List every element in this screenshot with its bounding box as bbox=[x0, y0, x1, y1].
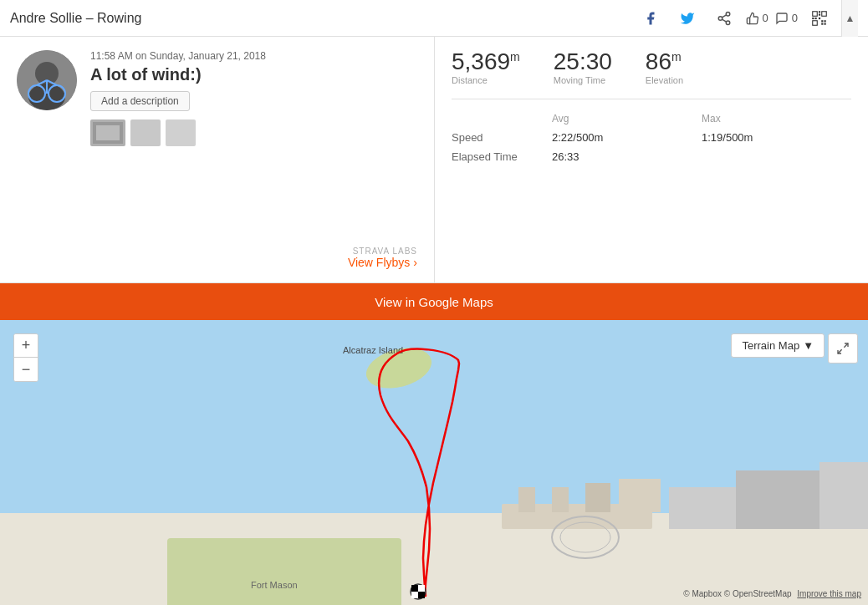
like-button[interactable]: 0 bbox=[746, 12, 768, 25]
avg-header: Avg bbox=[552, 113, 702, 125]
speed-label: Speed bbox=[452, 131, 552, 144]
header-actions: 0 0 ▲ bbox=[636, 0, 858, 37]
page-title: Andre Sollie – Rowing bbox=[10, 11, 636, 26]
svg-point-0 bbox=[726, 12, 730, 16]
svg-rect-33 bbox=[585, 483, 610, 512]
preview-image-1 bbox=[90, 119, 125, 146]
comment-button[interactable]: 0 bbox=[775, 12, 798, 25]
svg-rect-8 bbox=[822, 12, 825, 15]
svg-rect-11 bbox=[821, 20, 823, 22]
left-panel: 11:58 AM on Sunday, January 21, 2018 A l… bbox=[0, 37, 435, 282]
view-flybys-link[interactable]: View Flybys › bbox=[17, 256, 417, 269]
google-maps-label: View in Google Maps bbox=[375, 295, 493, 309]
chevron-right-icon: › bbox=[413, 256, 417, 269]
activity-header: 11:58 AM on Sunday, January 21, 2018 A l… bbox=[17, 50, 417, 111]
scroll-up-button[interactable]: ▲ bbox=[841, 0, 858, 37]
right-panel: 5,369m Distance 25:30 Moving Time 86m El… bbox=[435, 37, 868, 282]
comment-count: 0 bbox=[792, 12, 798, 24]
view-flybys-label: View Flybys bbox=[348, 256, 410, 269]
moving-time-stat: 25:30 Moving Time bbox=[554, 50, 612, 85]
activity-date: 11:58 AM on Sunday, January 21, 2018 bbox=[90, 50, 417, 62]
route-overlay bbox=[0, 320, 868, 605]
facebook-button[interactable] bbox=[636, 3, 666, 33]
speed-max: 1:19/500m bbox=[702, 131, 851, 144]
stats-table: Avg Max Speed 2:22/500m 1:19/500m Elapse… bbox=[452, 113, 851, 163]
improve-map-link[interactable]: Improve this map bbox=[797, 589, 861, 598]
like-count: 0 bbox=[763, 12, 768, 24]
zoom-in-button[interactable]: + bbox=[14, 334, 38, 358]
preview-image-3 bbox=[166, 119, 196, 146]
dropdown-arrow-icon: ▼ bbox=[803, 339, 814, 352]
mapbox-attribution: © Mapbox © OpenStreetMap bbox=[683, 589, 791, 598]
zoom-controls: + − bbox=[13, 333, 38, 382]
stats-top: 5,369m Distance 25:30 Moving Time 86m El… bbox=[452, 50, 851, 99]
map-attribution: © Mapbox © OpenStreetMap Improve this ma… bbox=[683, 589, 861, 598]
activity-preview bbox=[90, 119, 417, 146]
svg-rect-37 bbox=[819, 462, 868, 529]
svg-rect-34 bbox=[619, 479, 661, 512]
moving-time-value: 25:30 bbox=[554, 50, 612, 74]
svg-rect-43 bbox=[411, 592, 418, 598]
twitter-button[interactable] bbox=[672, 3, 702, 33]
max-header: Max bbox=[702, 113, 851, 125]
activity-info: 11:58 AM on Sunday, January 21, 2018 A l… bbox=[90, 50, 417, 111]
terrain-map-label: Terrain Map bbox=[742, 339, 799, 352]
speed-row: Speed 2:22/500m 1:19/500m bbox=[452, 131, 851, 144]
svg-rect-14 bbox=[825, 23, 826, 24]
svg-rect-32 bbox=[552, 487, 569, 512]
elevation-label: Elevation bbox=[646, 75, 683, 85]
svg-line-46 bbox=[838, 349, 842, 353]
activity-title: A lot of wind:) bbox=[90, 65, 417, 84]
share-button[interactable] bbox=[709, 3, 739, 33]
fullscreen-icon bbox=[836, 342, 850, 355]
svg-rect-36 bbox=[736, 470, 819, 529]
svg-rect-12 bbox=[825, 20, 826, 22]
distance-label: Distance bbox=[452, 75, 520, 85]
svg-line-3 bbox=[722, 19, 726, 22]
top-section: 11:58 AM on Sunday, January 21, 2018 A l… bbox=[0, 37, 868, 283]
svg-line-45 bbox=[844, 343, 848, 348]
svg-line-4 bbox=[722, 14, 726, 17]
map-area: Alcatraz Island Fort Mason + − bbox=[0, 320, 868, 605]
elevation-value: 86m bbox=[646, 50, 683, 74]
zoom-out-button[interactable]: − bbox=[14, 358, 38, 381]
svg-rect-18 bbox=[815, 17, 817, 18]
stats-table-header: Avg Max bbox=[452, 113, 851, 125]
svg-point-1 bbox=[718, 16, 722, 20]
add-description-button[interactable]: Add a description bbox=[90, 91, 190, 111]
speed-avg: 2:22/500m bbox=[552, 131, 702, 144]
svg-rect-31 bbox=[518, 487, 535, 512]
elapsed-time-avg: 26:33 bbox=[552, 150, 702, 163]
elapsed-time-label: Elapsed Time bbox=[452, 150, 552, 163]
avatar bbox=[17, 50, 77, 110]
svg-rect-19 bbox=[819, 17, 820, 18]
svg-rect-13 bbox=[821, 23, 823, 24]
svg-rect-17 bbox=[812, 17, 814, 18]
svg-rect-41 bbox=[411, 585, 418, 592]
empty-header bbox=[452, 113, 552, 125]
elapsed-time-row: Elapsed Time 26:33 bbox=[452, 150, 851, 163]
svg-rect-42 bbox=[418, 592, 425, 598]
distance-stat: 5,369m Distance bbox=[452, 50, 520, 85]
terrain-map-button[interactable]: Terrain Map ▼ bbox=[731, 333, 825, 358]
preview-image-2 bbox=[130, 119, 161, 146]
google-maps-banner[interactable]: View in Google Maps bbox=[0, 283, 868, 320]
svg-rect-6 bbox=[813, 12, 816, 15]
svg-rect-10 bbox=[813, 21, 816, 24]
header: Andre Sollie – Rowing 0 0 bbox=[0, 0, 868, 37]
svg-rect-16 bbox=[819, 13, 820, 15]
svg-rect-44 bbox=[418, 585, 425, 592]
strava-labs: STRAVA LABS View Flybys › bbox=[17, 230, 417, 269]
elapsed-time-max bbox=[702, 150, 851, 163]
svg-point-2 bbox=[726, 21, 730, 25]
moving-time-label: Moving Time bbox=[554, 75, 612, 85]
qr-button[interactable] bbox=[804, 3, 835, 33]
svg-rect-35 bbox=[669, 487, 736, 529]
svg-rect-15 bbox=[819, 11, 820, 13]
strava-labs-label: STRAVA LABS bbox=[17, 247, 417, 256]
elevation-stat: 86m Elevation bbox=[646, 50, 683, 85]
distance-value: 5,369m bbox=[452, 50, 520, 74]
fullscreen-button[interactable] bbox=[828, 333, 858, 364]
svg-rect-29 bbox=[96, 125, 120, 140]
